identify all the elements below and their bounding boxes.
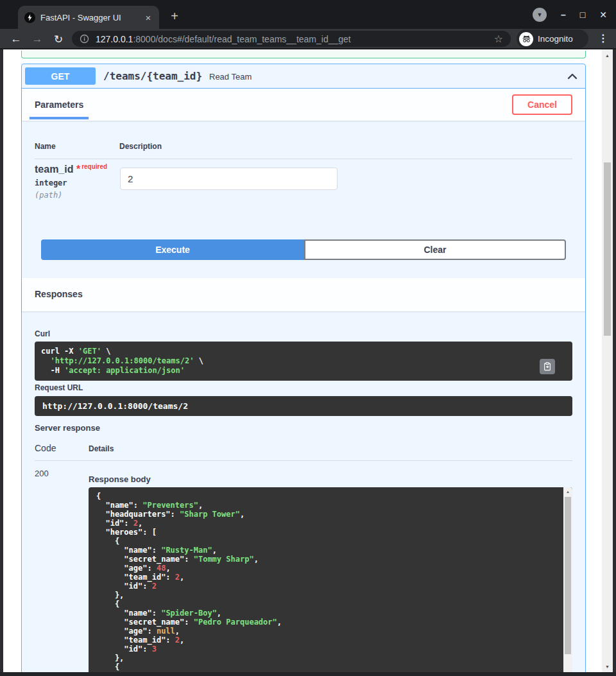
required-star: * <box>76 164 80 175</box>
clear-button[interactable]: Clear <box>304 239 566 260</box>
response-table-divider <box>35 460 572 461</box>
parameters-section-header: Parameters Cancel <box>22 89 585 121</box>
details-column-header: Details <box>89 444 114 453</box>
request-url-block: http://127.0.0.1:8000/teams/2 <box>35 396 572 416</box>
parameter-type: integer <box>35 178 67 187</box>
incognito-icon <box>519 32 533 46</box>
code-column-header: Code <box>35 443 56 453</box>
table-header-divider <box>35 159 572 159</box>
browser-menu-icon[interactable]: ⋮ <box>598 32 608 44</box>
browser-titlebar: FastAPI - Swagger UI × + ▼ – □ ✕ <box>0 0 616 29</box>
tab-close-icon[interactable]: × <box>142 12 154 23</box>
cancel-button[interactable]: Cancel <box>512 94 572 115</box>
parameters-tab: Parameters <box>35 100 83 110</box>
response-body-scrollbar[interactable]: ▲ <box>563 487 572 676</box>
scroll-up-icon[interactable]: ▲ <box>563 489 572 495</box>
server-response-label: Server response <box>35 423 100 433</box>
parameter-location: (path) <box>35 191 62 200</box>
maximize-button[interactable]: □ <box>580 10 585 19</box>
new-tab-button[interactable]: + <box>167 10 182 22</box>
bookmark-star-icon[interactable]: ☆ <box>494 33 503 45</box>
window-frame-bottom <box>0 672 616 676</box>
endpoint-summary: Read Team <box>209 72 252 82</box>
forward-button[interactable]: → <box>29 31 46 48</box>
response-body-block: { "name": "Preventers", "headquarters": … <box>89 487 572 676</box>
response-scrollbar-thumb[interactable] <box>565 497 571 654</box>
minimize-button[interactable]: – <box>561 10 566 19</box>
address-bar[interactable]: 127.0.0.1:8000/docs#/default/read_team_t… <box>72 31 511 47</box>
get-opblock: GET /teams/{team_id} Read Team Parameter… <box>21 64 586 676</box>
copy-to-clipboard-button[interactable] <box>540 359 555 374</box>
url-text: 127.0.0.1:8000/docs#/default/read_team_t… <box>96 34 489 44</box>
window-controls: ▼ – □ ✕ <box>533 0 607 29</box>
titlebar-chevron-button[interactable]: ▼ <box>533 8 547 22</box>
page-scrollbar[interactable]: ▲ ▼ <box>602 49 613 672</box>
parameters-tab-underline <box>30 117 89 119</box>
response-body-code: { "name": "Preventers", "headquarters": … <box>89 487 572 676</box>
swagger-page: GET /teams/{team_id} Read Team Parameter… <box>3 49 602 676</box>
curl-label: Curl <box>35 329 50 338</box>
curl-command-block: curl -X 'GET' \ 'http://127.0.0.1:8000/t… <box>35 342 572 381</box>
endpoint-path: /teams/{team_id} <box>103 70 202 82</box>
url-host: 127.0.0.1 <box>96 34 133 44</box>
reload-button[interactable]: ↻ <box>50 31 67 48</box>
parameter-name: team_id *required <box>35 163 107 175</box>
http-method-badge: GET <box>25 67 96 85</box>
close-button[interactable]: ✕ <box>599 10 607 19</box>
request-url-label: Request URL <box>35 383 83 392</box>
window-frame-left <box>0 49 3 676</box>
curl-command-code: curl -X 'GET' \ 'http://127.0.0.1:8000/t… <box>41 347 566 376</box>
back-button[interactable]: ← <box>8 31 24 48</box>
fastapi-favicon-icon <box>24 12 35 23</box>
opblock-summary[interactable]: GET /teams/{team_id} Read Team <box>22 64 585 89</box>
response-body-label: Response body <box>89 474 151 484</box>
tab-title: FastAPI - Swagger UI <box>40 13 142 22</box>
request-url-value: http://127.0.0.1:8000/teams/2 <box>35 396 572 416</box>
responses-title: Responses <box>35 289 83 299</box>
previous-opblock-bottom-edge <box>21 51 586 58</box>
response-status-code: 200 <box>35 469 49 478</box>
scrollbar-down-icon[interactable]: ▼ <box>602 662 613 671</box>
window-frame-right <box>613 49 616 676</box>
browser-window: FastAPI - Swagger UI × + ▼ – □ ✕ ← → ↻ 1… <box>0 0 616 676</box>
scrollbar-up-icon[interactable]: ▲ <box>602 51 613 60</box>
page-scrollbar-thumb[interactable] <box>604 162 611 336</box>
name-column-header: Name <box>35 142 56 151</box>
incognito-label: Incognito <box>538 34 573 44</box>
browser-toolbar: ← → ↻ 127.0.0.1:8000/docs#/default/read_… <box>0 29 616 49</box>
team-id-input[interactable] <box>120 168 338 190</box>
responses-section-header: Responses <box>22 278 585 311</box>
url-path: :8000/docs#/default/read_team_teams__tea… <box>133 34 350 44</box>
required-label: required <box>81 163 107 170</box>
execute-button[interactable]: Execute <box>41 239 304 260</box>
site-info-icon[interactable] <box>80 34 89 44</box>
incognito-badge: Incognito <box>517 30 588 48</box>
browser-tab[interactable]: FastAPI - Swagger UI × <box>18 6 159 29</box>
collapse-chevron-icon[interactable] <box>567 71 578 82</box>
parameter-name-text: team_id <box>35 164 73 175</box>
description-column-header: Description <box>119 142 162 151</box>
